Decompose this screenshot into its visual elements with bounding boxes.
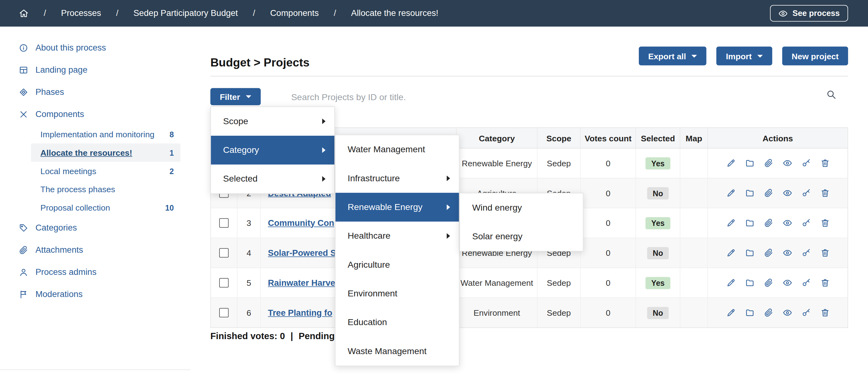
preview-button[interactable]	[782, 218, 792, 228]
export-all-button[interactable]: Export all	[639, 47, 707, 65]
preview-button[interactable]	[782, 308, 792, 317]
category-item-infrastructure[interactable]: Infrastructure	[336, 164, 459, 193]
row-checkbox[interactable]	[219, 218, 228, 228]
new-project-button[interactable]: New project	[782, 47, 848, 65]
attachments-button[interactable]	[764, 248, 773, 257]
subcategory-submenu: Wind energy Solar energy	[460, 193, 584, 251]
search-icon	[826, 89, 837, 100]
header-selected: Selected	[636, 128, 680, 148]
components-icon	[19, 110, 28, 119]
filter-menu-item-selected[interactable]: Selected	[211, 165, 334, 193]
delete-project-button[interactable]	[820, 218, 829, 228]
sidebar-item-moderations[interactable]: Moderations	[0, 283, 190, 305]
filter-menu-item-category[interactable]: Category	[211, 136, 334, 165]
breadcrumb-home[interactable]	[19, 8, 29, 19]
attachments-button[interactable]	[764, 158, 773, 168]
sidebar-item-implementation-and-monitoring[interactable]: Implementation and monitoring 8	[31, 125, 180, 144]
edit-project-button[interactable]	[726, 158, 736, 168]
preview-button[interactable]	[782, 278, 792, 287]
sidebar-item-proposal-collection[interactable]: Proposal collection 10	[31, 199, 180, 217]
delete-project-button[interactable]	[820, 248, 829, 257]
preview-button[interactable]	[782, 188, 792, 198]
row-checkbox[interactable]	[219, 308, 228, 317]
manage-records-button[interactable]	[745, 158, 754, 168]
delete-project-button[interactable]	[820, 188, 829, 198]
sidebar-item-the-process-phases[interactable]: The process phases	[31, 180, 180, 199]
attachments-button[interactable]	[764, 278, 773, 287]
app-window: / Processes / Sedep Participatory Budget…	[0, 0, 868, 385]
manage-records-button[interactable]	[745, 308, 754, 317]
manage-records-button[interactable]	[745, 278, 754, 287]
sidebar-item-local-meetings[interactable]: Local meetings 2	[31, 161, 180, 180]
row-actions	[708, 278, 847, 287]
edit-project-button[interactable]	[726, 248, 736, 257]
category-item-environment[interactable]: Environment	[336, 279, 459, 308]
attachments-button[interactable]	[764, 218, 773, 228]
delete-project-button[interactable]	[820, 278, 829, 287]
subcategory-item-wind-energy[interactable]: Wind energy	[460, 194, 583, 222]
row-checkbox[interactable]	[219, 278, 228, 287]
breadcrumb-process-name[interactable]: Sedep Participatory Budget	[133, 8, 238, 19]
breadcrumb-processes[interactable]: Processes	[61, 8, 101, 19]
sidebar-item-process-admins[interactable]: Process admins	[0, 261, 190, 283]
breadcrumb-current[interactable]: Allocate the resources!	[351, 8, 438, 19]
permissions-button[interactable]	[801, 248, 811, 257]
project-title-link[interactable]: Solar-Powered S	[268, 248, 336, 258]
project-title-link[interactable]: Rainwater Harve	[268, 278, 335, 288]
preview-button[interactable]	[782, 248, 792, 257]
permissions-button[interactable]	[801, 308, 811, 317]
selected-badge: Yes	[646, 277, 670, 289]
search-button[interactable]	[826, 89, 837, 100]
filter-button[interactable]: Filter	[211, 88, 261, 105]
export-all-label: Export all	[648, 51, 686, 61]
import-button[interactable]: Import	[716, 47, 772, 65]
attachments-button[interactable]	[764, 308, 773, 317]
manage-records-button[interactable]	[745, 248, 754, 257]
project-title-link[interactable]: Tree Planting fo	[268, 307, 332, 318]
sidebar-item-components[interactable]: Components	[0, 103, 190, 125]
sidebar-item-attachments[interactable]: Attachments	[0, 239, 190, 261]
category-item-waste-management[interactable]: Waste Management	[336, 337, 459, 366]
breadcrumb-separator: /	[116, 8, 119, 19]
sidebar: About this process Landing page Phases C…	[0, 27, 190, 370]
breadcrumb-components[interactable]: Components	[270, 8, 319, 19]
delete-project-button[interactable]	[820, 158, 829, 168]
menu-item-label: Wind energy	[472, 203, 522, 213]
category-item-agriculture[interactable]: Agriculture	[336, 250, 459, 279]
attachments-button[interactable]	[764, 188, 773, 198]
row-checkbox[interactable]	[219, 248, 228, 257]
folder-icon	[745, 278, 754, 287]
search-input[interactable]	[290, 89, 812, 107]
see-process-button[interactable]: See process	[770, 5, 848, 22]
category-item-renewable-energy[interactable]: Renewable Energy	[336, 193, 459, 221]
sidebar-item-landing-page[interactable]: Landing page	[0, 59, 190, 81]
permissions-button[interactable]	[801, 218, 811, 228]
permissions-button[interactable]	[801, 278, 811, 287]
sidebar-item-categories[interactable]: Categories	[0, 216, 190, 239]
sidebar-item-phases[interactable]: Phases	[0, 81, 190, 103]
menu-item-label: Healthcare	[348, 231, 390, 241]
category-item-education[interactable]: Education	[336, 308, 459, 337]
filter-menu-item-scope[interactable]: Scope	[211, 107, 334, 136]
row-actions	[708, 248, 847, 257]
edit-project-button[interactable]	[726, 188, 736, 198]
manage-records-button[interactable]	[745, 218, 754, 228]
sidebar-item-about[interactable]: About this process	[0, 36, 190, 59]
see-process-label: See process	[793, 9, 840, 18]
count-badge: 10	[165, 203, 174, 212]
project-title-link[interactable]: Community Con	[268, 218, 334, 228]
category-item-healthcare[interactable]: Healthcare	[336, 221, 459, 250]
edit-project-button[interactable]	[726, 218, 736, 228]
subcategory-item-solar-energy[interactable]: Solar energy	[460, 222, 583, 251]
permissions-button[interactable]	[801, 158, 811, 168]
edit-project-button[interactable]	[726, 308, 736, 317]
delete-project-button[interactable]	[820, 308, 829, 317]
category-item-water-management[interactable]: Water Management	[336, 135, 459, 164]
edit-project-button[interactable]	[726, 278, 736, 287]
permissions-button[interactable]	[801, 188, 811, 198]
preview-button[interactable]	[782, 158, 792, 168]
manage-records-button[interactable]	[745, 188, 754, 198]
menu-item-label: Renewable Energy	[348, 202, 423, 212]
chevron-down-icon	[246, 95, 251, 98]
sidebar-item-allocate-the-resources[interactable]: Allocate the resources! 1	[31, 144, 180, 162]
